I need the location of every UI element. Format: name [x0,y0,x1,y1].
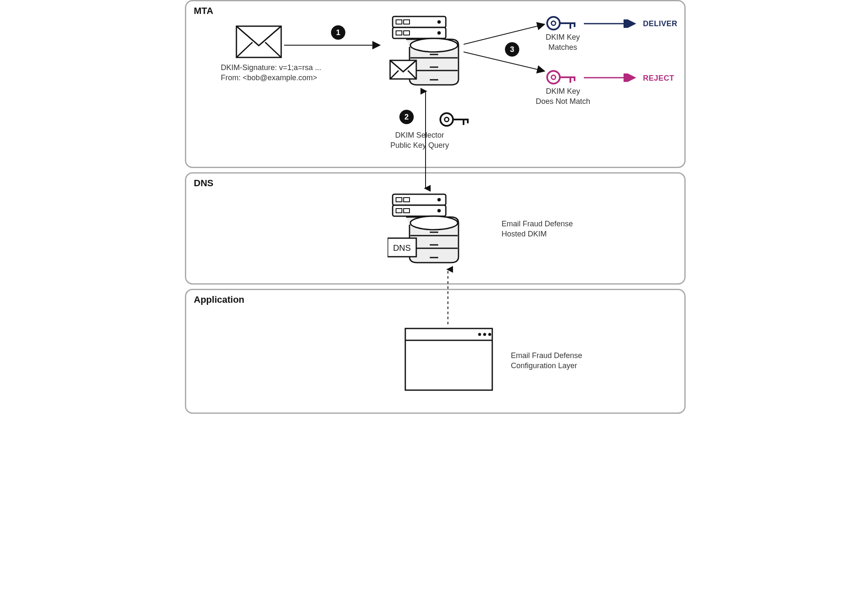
section-mta-title: MTA [194,5,213,16]
application-service-label: Email Fraud DefenseConfiguration Layer [511,350,608,371]
svg-rect-47 [404,209,410,213]
arrow-mail-to-mta [284,41,385,49]
key-nomatch-label: DKIM KeyDoes Not Match [530,86,596,107]
arrow-server-to-nomatch [464,50,548,75]
diagram-stage: MTA DNS Application DKIM-Signature: v=1;… [181,0,687,431]
svg-rect-57 [405,328,492,390]
svg-point-8 [437,20,441,24]
verdict-deliver: DELIVER [643,19,678,28]
dns-server-icon: DNS [388,193,464,264]
key-nomatch-icon [545,67,579,88]
email-headers: DKIM-Signature: v=1;a=rsa ... From: <bob… [221,62,339,83]
dkim-signature-header: DKIM-Signature: v=1;a=rsa ... [221,62,339,73]
svg-point-60 [483,333,486,336]
svg-point-24 [551,21,556,25]
section-dns-title: DNS [194,178,213,189]
public-key-icon [438,109,472,130]
svg-point-37 [445,117,449,122]
svg-rect-0 [236,26,281,57]
key-match-label: DKIM KeyMatches [535,32,590,53]
dns-tag: DNS [393,243,411,252]
svg-rect-46 [396,209,402,213]
svg-point-61 [488,333,491,336]
svg-point-29 [547,71,560,84]
arrow-to-reject [584,73,639,82]
step-2-badge: 2 [399,110,414,124]
svg-point-12 [410,38,458,52]
section-application-title: Application [194,294,244,305]
svg-point-45 [437,198,441,201]
svg-point-48 [437,209,441,212]
svg-rect-44 [404,198,410,202]
arrow-to-deliver [584,19,639,28]
step-1-badge: 1 [331,25,345,40]
svg-line-22 [464,52,544,71]
key-match-icon [545,13,579,34]
svg-point-59 [478,333,481,336]
email-icon [236,25,282,58]
step-3-badge: 3 [505,42,519,57]
svg-rect-9 [396,31,402,35]
from-header: From: <bob@example.com> [221,73,339,83]
svg-rect-43 [396,198,402,202]
mta-server-icon [388,15,464,87]
svg-point-11 [437,31,441,35]
application-window-icon [404,328,493,391]
svg-point-30 [551,75,556,79]
arrow-app-to-dns [443,265,453,328]
svg-rect-6 [396,20,402,24]
dkim-query-label: DKIM SelectorPublic Key Query [377,130,462,151]
verdict-reject: REJECT [643,74,674,83]
dns-service-label: Email Fraud DefenseHosted DKIM [502,219,599,239]
svg-point-23 [547,17,560,30]
svg-point-49 [410,216,458,230]
svg-rect-10 [404,31,410,35]
svg-point-36 [440,113,453,126]
svg-line-21 [464,24,544,44]
svg-rect-7 [404,20,410,24]
